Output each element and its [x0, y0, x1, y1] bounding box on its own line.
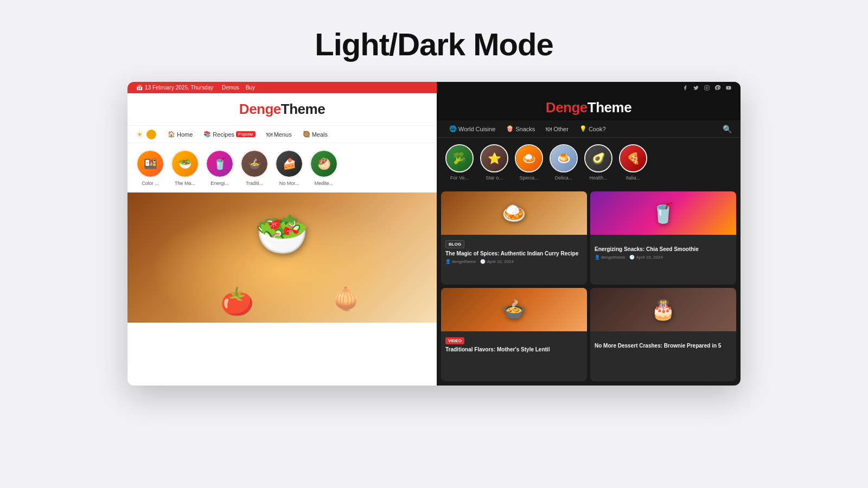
dark-card-0-title: The Magic of Spices: Authentic Indian Cu… — [445, 250, 583, 257]
light-cat-label-5: Medite... — [315, 181, 334, 186]
dark-nav-worldcuisine-label: World Cuisine — [458, 126, 495, 132]
svg-rect-0 — [705, 86, 709, 90]
dark-nav-snacks[interactable]: 🍿 Snacks — [502, 124, 539, 134]
pinterest-icon[interactable] — [714, 85, 721, 91]
dark-card-1[interactable]: 🥤 Energizing Snacks: Chia Seed Smoothie … — [590, 191, 736, 285]
light-mode-panel: 📅 13 February 2025, Thursday Demos Buy D… — [127, 82, 437, 386]
dark-cat-label-3: Delica... — [555, 175, 573, 181]
page-title: Light/Dark Mode — [315, 26, 553, 62]
dark-card-0-image: 🍛 — [441, 191, 587, 235]
dark-card-0-badge: BLOG — [445, 240, 464, 248]
dark-category-4[interactable]: 🥑 Health... — [584, 144, 612, 181]
hero-food-visual: 🥗 🍅 🧅 — [127, 192, 437, 323]
dark-category-1[interactable]: ⭐ Star o... — [480, 144, 508, 181]
light-cat-label-1: The Ma... — [175, 181, 195, 186]
light-cat-label-4: No Mor... — [279, 181, 299, 186]
calendar-icon: 📅 — [136, 85, 143, 91]
instagram-icon[interactable] — [704, 85, 710, 91]
dark-card-0-content: BLOG The Magic of Spices: Authentic Indi… — [441, 235, 587, 267]
dark-card-1-meta: 👤 dengetheme 🕐 April 10, 2024 — [595, 255, 732, 260]
dark-card-3-title: No More Dessert Crashes: Brownie Prepare… — [595, 342, 732, 349]
toggle-dot[interactable] — [146, 130, 156, 139]
dark-category-3[interactable]: 🍮 Delica... — [550, 144, 578, 181]
dark-card-1-date: 🕐 April 10, 2024 — [629, 255, 662, 260]
light-cat-label-3: Traditi... — [246, 181, 263, 186]
light-category-1[interactable]: 🥗 The Ma... — [171, 150, 199, 186]
nav-home-label: Home — [177, 131, 193, 138]
dark-card-2-title: Traditional Flavors: Mother's Style Lent… — [445, 346, 583, 353]
dark-card-3-image: 🎂 — [590, 288, 736, 331]
light-hero-section: 🥗 🍅 🧅 — [127, 192, 437, 386]
author-icon-1: 👤 — [595, 255, 600, 260]
topbar-date: 📅 13 February 2025, Thursday — [136, 85, 213, 91]
dark-card-0[interactable]: 🍛 BLOG The Magic of Spices: Authentic In… — [441, 191, 587, 285]
menus-icon: 🍽 — [266, 131, 272, 138]
dark-topbar — [437, 82, 741, 94]
nav-meals[interactable]: 🥘 Meals — [299, 129, 331, 139]
dark-categories-row: 🥦 For Ve... ⭐ Star o... 🍛 Specia... 🍮 De… — [437, 138, 741, 187]
nav-recipes[interactable]: 📚 Recipes Popular — [200, 129, 259, 139]
dark-nav-cook-label: Cook? — [589, 126, 606, 132]
dark-card-2[interactable]: 🍲 VIDEO Traditional Flavors: Mother's St… — [441, 288, 587, 381]
dark-cat-label-2: Specia... — [519, 175, 538, 181]
other-icon: 🍽 — [546, 126, 552, 132]
clock-icon: 🕐 — [480, 259, 486, 264]
dark-card-2-badge: VIDEO — [445, 337, 464, 344]
dark-card-0-date: 🕐 April 10, 2024 — [480, 259, 513, 264]
globe-icon: 🌐 — [449, 125, 457, 132]
dark-card-1-author: 👤 dengetheme — [595, 255, 625, 260]
dark-category-0[interactable]: 🥦 For Ve... — [445, 144, 474, 181]
light-category-2[interactable]: 🥤 Energi... — [206, 150, 234, 186]
light-nav: ☀ 🏠 Home 📚 Recipes Popular 🍽 Menus 🥘 Mea… — [127, 125, 437, 143]
dark-cat-label-5: Italia... — [626, 175, 641, 181]
light-categories-row: 🍱 Color ... 🥗 The Ma... 🥤 Energi... 🍲 Tr… — [127, 143, 437, 192]
light-category-4[interactable]: 🍰 No Mor... — [275, 150, 303, 186]
dark-cards-grid: 🍛 BLOG The Magic of Spices: Authentic In… — [437, 187, 741, 386]
buy-link[interactable]: Buy — [246, 85, 255, 91]
dark-card-0-author: 👤 dengetheme — [445, 259, 476, 264]
recipes-icon: 📚 — [203, 131, 211, 138]
light-cat-label-2: Energi... — [210, 181, 229, 186]
author-icon: 👤 — [445, 259, 451, 264]
search-icon[interactable]: 🔍 — [723, 125, 732, 133]
light-category-5[interactable]: 🥙 Medite... — [310, 150, 338, 186]
twitter-icon[interactable] — [693, 85, 699, 91]
dark-card-3-content: No More Dessert Crashes: Brownie Prepare… — [590, 331, 736, 355]
light-category-0[interactable]: 🍱 Color ... — [136, 150, 164, 186]
dark-category-2[interactable]: 🍛 Specia... — [515, 144, 543, 181]
dark-card-1-image: 🥤 — [590, 191, 736, 235]
dark-nav-snacks-label: Snacks — [515, 126, 535, 132]
site-logo[interactable]: DengeTheme — [138, 101, 426, 118]
demos-link[interactable]: Demos — [222, 85, 239, 91]
theme-toggle-group: ☀ — [136, 130, 156, 139]
dark-card-1-content: Energizing Snacks: Chia Seed Smoothie 👤 … — [590, 235, 736, 263]
topbar-links: Demos Buy — [222, 85, 255, 91]
social-icons-row — [682, 85, 732, 91]
dark-card-3[interactable]: 🎂 No More Dessert Crashes: Brownie Prepa… — [590, 288, 736, 381]
nav-recipes-label: Recipes — [213, 131, 234, 138]
dark-nav-other-label: Other — [553, 126, 569, 132]
dark-cat-label-1: Star o... — [486, 175, 503, 181]
dark-nav-other[interactable]: 🍽 Other — [542, 124, 572, 134]
youtube-icon[interactable] — [725, 85, 732, 91]
nav-menus[interactable]: 🍽 Menus — [263, 130, 296, 139]
light-topbar: 📅 13 February 2025, Thursday Demos Buy — [127, 82, 437, 93]
snacks-icon: 🍿 — [506, 125, 514, 132]
light-category-3[interactable]: 🍲 Traditi... — [240, 150, 269, 186]
dark-cat-label-0: For Ve... — [450, 175, 469, 181]
dark-nav-worldcuisine[interactable]: 🌐 World Cuisine — [445, 124, 499, 134]
dark-category-5[interactable]: 🍕 Italia... — [619, 144, 647, 181]
logo-part2: Theme — [281, 101, 325, 117]
nav-home[interactable]: 🏠 Home — [164, 129, 196, 139]
recipes-badge: Popular — [236, 131, 256, 137]
facebook-icon[interactable] — [682, 85, 688, 91]
dark-mode-panel: DengeTheme 🌐 World Cuisine 🍿 Snacks 🍽 Ot… — [437, 82, 741, 386]
dark-nav: 🌐 World Cuisine 🍿 Snacks 🍽 Other 💡 Cook?… — [437, 120, 741, 138]
dark-cat-label-4: Health... — [589, 175, 608, 181]
home-icon: 🏠 — [168, 131, 175, 138]
light-cat-label-0: Color ... — [142, 181, 159, 186]
clock-icon-1: 🕐 — [629, 255, 635, 260]
dark-card-1-title: Energizing Snacks: Chia Seed Smoothie — [595, 246, 732, 253]
dark-nav-cook[interactable]: 💡 Cook? — [576, 124, 610, 134]
nav-meals-label: Meals — [312, 131, 328, 138]
